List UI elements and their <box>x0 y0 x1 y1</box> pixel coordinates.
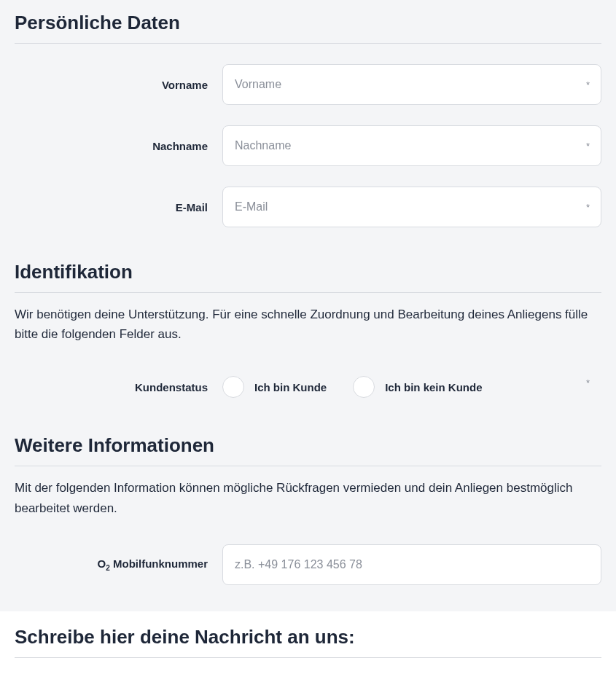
identification-section: Identifikation Wir benötigen deine Unter… <box>0 249 616 405</box>
customer-status-row: Kundenstatus Ich bin Kunde Ich bin kein … <box>15 350 601 405</box>
radio-option-customer: Ich bin Kunde <box>222 376 327 398</box>
radio-customer-label: Ich bin Kunde <box>254 381 327 393</box>
further-info-section: Weitere Informationen Mit der folgenden … <box>0 423 616 584</box>
mobile-label: O2 Mobilfunknummer <box>15 557 222 572</box>
radio-customer[interactable] <box>222 376 244 398</box>
mobile-label-suffix: Mobilfunknummer <box>110 557 208 570</box>
further-info-title: Weitere Informationen <box>15 423 601 466</box>
identification-title: Identifikation <box>15 249 601 293</box>
customer-status-label: Kundenstatus <box>15 381 222 393</box>
mobile-label-prefix: O <box>98 557 106 570</box>
lastname-label: Nachname <box>15 140 222 152</box>
personal-data-title: Persönliche Daten <box>15 0 601 44</box>
email-input-wrapper: * <box>222 187 601 227</box>
firstname-input-wrapper: * <box>222 64 601 105</box>
required-asterisk: * <box>586 377 590 388</box>
mobile-row: O2 Mobilfunknummer <box>15 524 601 585</box>
message-title: Schreibe hier deine Nachricht an uns: <box>15 611 601 658</box>
radio-not-customer-label: Ich bin kein Kunde <box>385 381 482 393</box>
firstname-input[interactable] <box>222 64 601 105</box>
personal-data-section: Persönliche Daten Vorname * Nachname * E… <box>0 0 616 227</box>
email-label: E-Mail <box>15 201 222 213</box>
message-section: Schreibe hier deine Nachricht an uns: * <box>0 611 616 674</box>
identification-description: Wir benötigen deine Unterstützung. Für e… <box>15 293 601 350</box>
customer-status-radio-group: Ich bin Kunde Ich bin kein Kunde * <box>222 376 601 398</box>
lastname-input-wrapper: * <box>222 125 601 166</box>
radio-option-not-customer: Ich bin kein Kunde <box>353 376 482 398</box>
firstname-label: Vorname <box>15 79 222 91</box>
further-info-description: Mit der folgenden Information können mög… <box>15 466 601 523</box>
lastname-input[interactable] <box>222 125 601 166</box>
radio-not-customer[interactable] <box>353 376 375 398</box>
firstname-row: Vorname * <box>15 44 601 105</box>
email-row: E-Mail * <box>15 166 601 227</box>
lastname-row: Nachname * <box>15 105 601 166</box>
email-input[interactable] <box>222 187 601 227</box>
mobile-input-wrapper <box>222 544 601 585</box>
mobile-input[interactable] <box>222 544 601 585</box>
